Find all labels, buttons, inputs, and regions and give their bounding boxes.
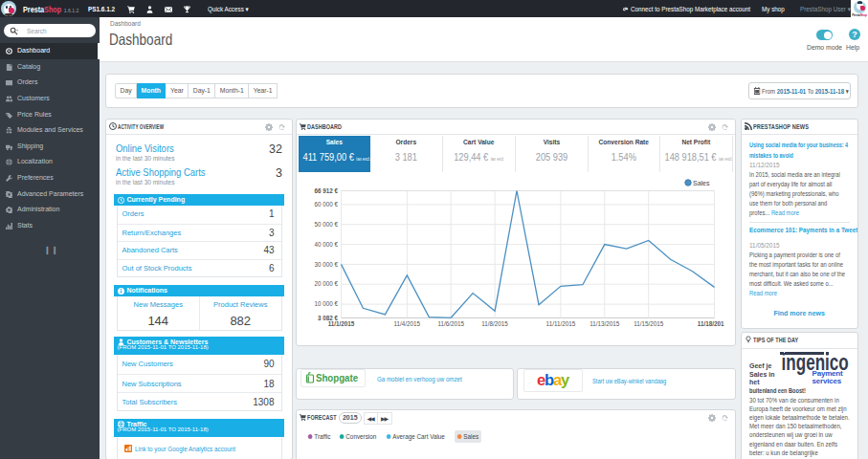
svg-text:50 000 €: 50 000 € <box>314 221 338 228</box>
svg-text:11/1/2015: 11/1/2015 <box>327 320 354 327</box>
svg-text:11/6/2015: 11/6/2015 <box>437 320 464 327</box>
svg-text:11/8/2015: 11/8/2015 <box>481 320 508 327</box>
svg-text:11/13/2015: 11/13/2015 <box>590 320 620 327</box>
svg-text:11/18/201: 11/18/201 <box>697 320 723 327</box>
svg-text:11/11/2015: 11/11/2015 <box>545 320 575 327</box>
svg-text:40 000 €: 40 000 € <box>314 241 338 248</box>
svg-text:10 000 €: 10 000 € <box>314 300 338 307</box>
svg-text:20 000 €: 20 000 € <box>314 280 338 287</box>
svg-text:30 000 €: 30 000 € <box>314 261 338 268</box>
svg-text:11/15/2015: 11/15/2015 <box>634 320 664 327</box>
svg-text:60 000 €: 60 000 € <box>314 201 338 208</box>
svg-text:66 912 €: 66 912 € <box>314 187 338 194</box>
svg-text:11/4/2015: 11/4/2015 <box>393 320 420 327</box>
svg-text:Sales: Sales <box>693 180 710 186</box>
